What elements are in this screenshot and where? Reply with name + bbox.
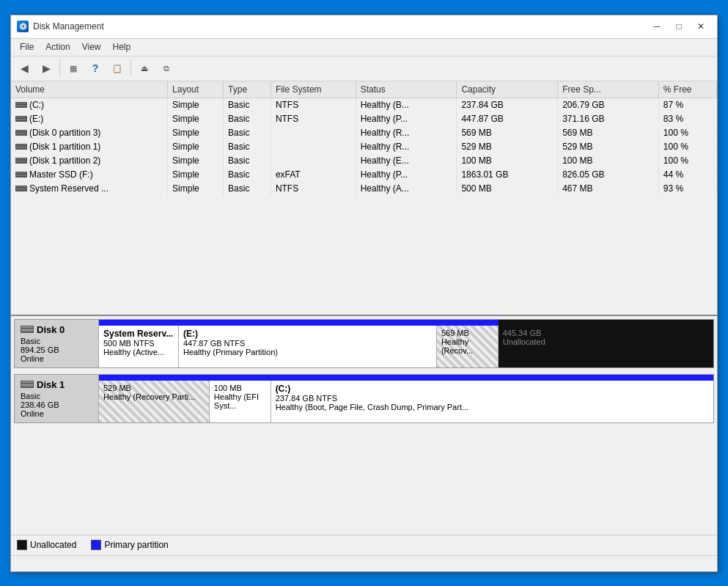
cell-status: Healthy (R...: [356, 139, 457, 153]
disk0-bar: [99, 320, 713, 326]
menu-view[interactable]: View: [76, 40, 107, 54]
volume-table-section[interactable]: Volume Layout Type File System Status Ca…: [11, 81, 717, 316]
table-row[interactable]: System Reserved ... Simple Basic NTFS He…: [11, 181, 717, 195]
cell-free: 100 MB: [558, 153, 659, 167]
cell-filesystem: [271, 139, 356, 153]
volume-table: Volume Layout Type File System Status Ca…: [11, 81, 717, 196]
cell-status: Healthy (E...: [356, 153, 457, 167]
disk0-partition-e[interactable]: (E:) 447.87 GB NTFS Healthy (Primary Par…: [179, 326, 437, 367]
disk0-partitions-container: System Reserv... 500 MB NTFS Healthy (Ac…: [99, 320, 713, 367]
cell-filesystem: NTFS: [271, 98, 356, 111]
refresh-button[interactable]: ⧉: [156, 59, 177, 78]
table-row[interactable]: (C:) Simple Basic NTFS Healthy (B... 237…: [11, 98, 717, 111]
disk1-name: Disk 1: [37, 379, 65, 390]
disk0-partition-recovery[interactable]: 569 MB Healthy (Recov...: [437, 326, 499, 367]
cell-volume: (Disk 1 partition 2): [11, 153, 168, 167]
title-bar-left: 💿 Disk Management: [17, 21, 104, 32]
main-window: 💿 Disk Management ─ □ ✕ File Action View…: [10, 15, 718, 572]
cell-layout: Simple: [168, 153, 224, 167]
eject-button[interactable]: ⏏: [134, 59, 155, 78]
disk1-partition-recovery[interactable]: 529 MB Healthy (Recovery Parti...: [99, 381, 210, 422]
disk0-type: Basic: [21, 337, 92, 345]
p-size: 237.84 GB NTFS: [276, 394, 709, 403]
cell-free: 826.05 GB: [558, 167, 659, 181]
disk1-bar-seg3: [271, 375, 713, 381]
cell-capacity: 100 MB: [457, 153, 558, 167]
legend-box-unallocated: [17, 540, 27, 550]
col-layout: Layout: [168, 81, 224, 98]
cell-type: Basic: [224, 181, 271, 195]
p-size: 100 MB: [214, 384, 266, 392]
cell-layout: Simple: [168, 125, 224, 139]
maximize-button[interactable]: □: [669, 19, 689, 34]
cell-free: 206.79 GB: [558, 98, 659, 111]
close-button[interactable]: ✕: [691, 19, 711, 34]
table-row[interactable]: (Disk 1 partition 2) Simple Basic Health…: [11, 153, 717, 167]
cell-status: Healthy (R...: [356, 125, 457, 139]
menu-help[interactable]: Help: [107, 40, 137, 54]
minimize-button[interactable]: ─: [647, 19, 667, 34]
cell-volume: System Reserved ...: [11, 181, 168, 195]
cell-layout: Simple: [168, 139, 224, 153]
cell-type: Basic: [224, 153, 271, 167]
properties-button[interactable]: 📋: [107, 59, 128, 78]
cell-capacity: 529 MB: [457, 139, 558, 153]
disk0-bar-seg1: [99, 320, 179, 326]
forward-button[interactable]: ▶: [36, 59, 56, 78]
disk1-row: Disk 1 Basic 238.46 GB Online: [14, 374, 714, 423]
menu-file[interactable]: File: [14, 40, 40, 54]
cell-free: 371.16 GB: [558, 111, 659, 125]
p-status: Healthy (EFI Syst...: [214, 392, 266, 410]
cell-capacity: 1863.01 GB: [457, 167, 558, 181]
disk1-status: Online: [21, 409, 92, 418]
p-size: 569 MB: [441, 329, 493, 337]
cell-filesystem: [271, 153, 356, 167]
cell-type: Basic: [224, 125, 271, 139]
disk1-partition-c[interactable]: (C:) 237.84 GB NTFS Healthy (Boot, Page …: [271, 381, 713, 422]
menu-action[interactable]: Action: [40, 40, 76, 54]
cell-type: Basic: [224, 139, 271, 153]
disk1-partition-efi[interactable]: 100 MB Healthy (EFI Syst...: [210, 381, 271, 422]
legend-unallocated: Unallocated: [17, 540, 76, 550]
disk1-partitions: 529 MB Healthy (Recovery Parti... 100 MB…: [99, 381, 713, 422]
list-view-button[interactable]: ▦: [63, 59, 84, 78]
p-status: Unallocated: [503, 337, 709, 346]
legend-bar: Unallocated Primary partition: [11, 535, 717, 555]
app-icon: 💿: [17, 21, 29, 32]
disk0-label: Disk 0 Basic 894.25 GB Online: [15, 320, 99, 367]
disk1-bar: [99, 375, 713, 381]
legend-primary: Primary partition: [91, 540, 168, 550]
legend-box-primary: [91, 540, 101, 550]
cell-free: 569 MB: [558, 125, 659, 139]
table-header-row: Volume Layout Type File System Status Ca…: [11, 81, 717, 98]
cell-free: 529 MB: [558, 139, 659, 153]
table-row[interactable]: Master SSD (F:) Simple Basic exFAT Healt…: [11, 167, 717, 181]
cell-status: Healthy (P...: [356, 167, 457, 181]
toolbar-separator-2: [130, 60, 131, 76]
p-name: (E:): [183, 329, 432, 339]
p-size: 500 MB NTFS: [103, 339, 174, 348]
table-row[interactable]: (Disk 1 partition 1) Simple Basic Health…: [11, 139, 717, 153]
window-title: Disk Management: [33, 21, 104, 32]
help-button[interactable]: ?: [85, 59, 106, 78]
cell-layout: Simple: [168, 111, 224, 125]
table-row[interactable]: (E:) Simple Basic NTFS Healthy (P... 447…: [11, 111, 717, 125]
disk0-partition-unalloc[interactable]: 445.34 GB Unallocated: [499, 326, 713, 367]
back-button[interactable]: ◀: [14, 59, 34, 78]
p-size: 447.87 GB NTFS: [183, 339, 432, 348]
col-free: Free Sp...: [558, 81, 659, 98]
p-name: (C:): [276, 384, 709, 394]
cell-capacity: 500 MB: [457, 181, 558, 195]
col-status: Status: [356, 81, 457, 98]
disk-scroll-area[interactable]: Disk 0 Basic 894.25 GB Online: [11, 316, 717, 535]
disk0-partition-sysres[interactable]: System Reserv... 500 MB NTFS Healthy (Ac…: [99, 326, 179, 367]
cell-filesystem: NTFS: [271, 181, 356, 195]
cell-filesystem: exFAT: [271, 167, 356, 181]
table-row[interactable]: (Disk 0 partition 3) Simple Basic Health…: [11, 125, 717, 139]
cell-volume: (Disk 0 partition 3): [11, 125, 168, 139]
disk0-status: Online: [21, 354, 92, 363]
disk1-bar-seg1: [99, 375, 210, 381]
cell-capacity: 237.84 GB: [457, 98, 558, 111]
cell-filesystem: [271, 125, 356, 139]
p-size: 529 MB: [103, 384, 205, 392]
